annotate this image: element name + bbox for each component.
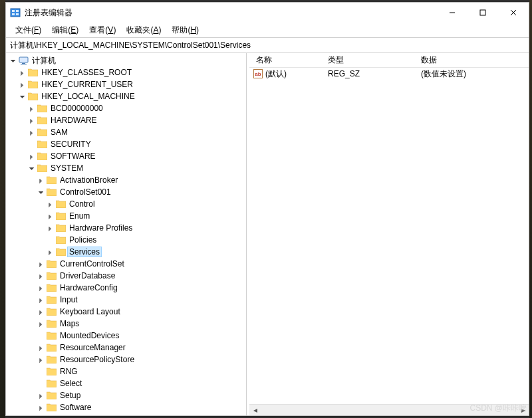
chevron-down-icon[interactable]: ⏷ bbox=[27, 163, 37, 173]
folder-icon bbox=[46, 271, 57, 280]
col-header-data[interactable]: 数据 bbox=[417, 53, 529, 67]
chevron-right-icon[interactable]: ⏵ bbox=[37, 391, 46, 400]
tree-item[interactable]: ⏵Control bbox=[46, 198, 246, 210]
scroll-right-icon[interactable]: ▸ bbox=[517, 405, 529, 415]
minimize-button[interactable] bbox=[437, 3, 467, 23]
chevron-right-icon[interactable]: ⏵ bbox=[37, 259, 46, 268]
chevron-right-icon[interactable]: ⏵ bbox=[37, 271, 46, 280]
tree-item[interactable]: RNG bbox=[37, 366, 246, 377]
folder-icon bbox=[46, 259, 57, 268]
values-list[interactable]: ab(默认)REG_SZ(数值未设置) bbox=[249, 68, 529, 404]
svg-rect-4 bbox=[16, 13, 19, 15]
chevron-right-icon[interactable]: ⏵ bbox=[37, 355, 46, 364]
chevron-right-icon[interactable]: ⏵ bbox=[18, 68, 27, 77]
tree-item[interactable]: ⏷ControlSet001 bbox=[37, 186, 246, 198]
tree-item[interactable]: ⏵Enum bbox=[46, 210, 246, 222]
chevron-right-icon[interactable]: ⏵ bbox=[27, 116, 37, 125]
folder-icon bbox=[46, 175, 57, 185]
chevron-down-icon[interactable]: ⏷ bbox=[9, 56, 18, 65]
value-data: (数值未设置) bbox=[417, 68, 529, 80]
title-bar[interactable]: 注册表编辑器 bbox=[6, 3, 529, 23]
menu-help[interactable]: 帮助(H) bbox=[166, 23, 204, 37]
chevron-right-icon[interactable]: ⏵ bbox=[46, 247, 55, 257]
tree-item[interactable]: ⏵CurrentControlSet bbox=[37, 258, 246, 270]
tree-item[interactable]: ⏵Keyboard Layout bbox=[37, 306, 246, 318]
folder-icon bbox=[55, 211, 66, 221]
folder-icon bbox=[46, 367, 57, 376]
chevron-right-icon[interactable]: ⏵ bbox=[27, 128, 37, 137]
tree-item-label: RNG bbox=[59, 367, 79, 376]
computer-icon bbox=[18, 56, 29, 65]
tree-item[interactable]: ⏵HardwareConfig bbox=[37, 282, 246, 294]
tree-item[interactable]: ⏵HKEY_CLASSES_ROOT bbox=[18, 66, 246, 78]
tree-item[interactable]: ⏵Hardware Profiles bbox=[46, 222, 246, 234]
chevron-right-icon[interactable]: ⏵ bbox=[37, 403, 46, 412]
folder-icon bbox=[46, 403, 57, 412]
scroll-left-icon[interactable]: ◂ bbox=[249, 405, 261, 415]
chevron-right-icon[interactable]: ⏵ bbox=[27, 152, 37, 161]
chevron-right-icon[interactable]: ⏵ bbox=[37, 319, 46, 328]
tree-item-label: Policies bbox=[68, 235, 98, 245]
value-row[interactable]: ab(默认)REG_SZ(数值未设置) bbox=[249, 68, 529, 80]
folder-icon bbox=[55, 223, 66, 233]
chevron-right-icon[interactable]: ⏵ bbox=[37, 307, 46, 316]
tree-item[interactable]: ⏵ResourceManager bbox=[37, 342, 246, 354]
chevron-right-icon[interactable]: ⏵ bbox=[46, 223, 55, 233]
col-header-name[interactable]: 名称 bbox=[252, 53, 324, 67]
tree-item[interactable]: SECURITY bbox=[27, 138, 246, 150]
folder-icon bbox=[46, 343, 57, 352]
chevron-down-icon[interactable]: ⏷ bbox=[18, 92, 27, 101]
tree-item-label: Software bbox=[59, 403, 92, 412]
folder-icon bbox=[46, 295, 57, 304]
tree-item[interactable]: ⏵State bbox=[37, 413, 246, 415]
string-value-icon: ab bbox=[253, 69, 263, 78]
tree-item[interactable]: ⏵DriverDatabase bbox=[37, 270, 246, 282]
maximize-button[interactable] bbox=[467, 3, 498, 23]
tree-item[interactable]: MountedDevices bbox=[37, 330, 246, 342]
address-bar[interactable]: 计算机\HKEY_LOCAL_MACHINE\SYSTEM\ControlSet… bbox=[6, 37, 529, 53]
tree-item[interactable]: ⏵ActivationBroker bbox=[37, 174, 246, 186]
tree-item[interactable]: ⏵ResourcePolicyStore bbox=[37, 354, 246, 366]
chevron-right-icon[interactable]: ⏵ bbox=[37, 175, 46, 185]
tree-item-label: ResourceManager bbox=[59, 343, 127, 352]
tree-item[interactable]: ⏵SAM bbox=[27, 126, 246, 138]
svg-rect-2 bbox=[12, 13, 15, 15]
chevron-right-icon[interactable]: ⏵ bbox=[18, 80, 27, 89]
tree-item[interactable]: Policies bbox=[46, 234, 246, 246]
chevron-right-icon[interactable]: ⏵ bbox=[27, 104, 37, 113]
tree-item[interactable]: ⏵Services bbox=[46, 246, 246, 258]
tree-item-label: ControlSet001 bbox=[59, 187, 112, 197]
chevron-right-icon[interactable]: ⏵ bbox=[37, 295, 46, 304]
tree-root[interactable]: ⏷计算机 bbox=[9, 54, 246, 66]
chevron-right-icon[interactable]: ⏵ bbox=[46, 199, 55, 209]
values-hscrollbar[interactable]: ◂ ▸ bbox=[249, 404, 529, 415]
chevron-right-icon[interactable]: ⏵ bbox=[37, 415, 46, 415]
tree-item[interactable]: ⏵SOFTWARE bbox=[27, 150, 246, 162]
tree-item[interactable]: ⏵BCD00000000 bbox=[27, 102, 246, 114]
col-header-type[interactable]: 类型 bbox=[324, 53, 417, 67]
tree-item-label: HardwareConfig bbox=[59, 283, 119, 292]
tree-item[interactable]: ⏵HARDWARE bbox=[27, 114, 246, 126]
chevron-right-icon[interactable]: ⏵ bbox=[46, 211, 55, 221]
chevron-right-icon[interactable]: ⏵ bbox=[37, 283, 46, 292]
tree-item[interactable]: ⏵Input bbox=[37, 294, 246, 306]
menu-file[interactable]: 文件(F) bbox=[10, 23, 47, 37]
tree-item[interactable]: ⏷HKEY_LOCAL_MACHINE bbox=[18, 90, 246, 102]
tree-item[interactable]: ⏵Setup bbox=[37, 389, 246, 401]
tree-item[interactable]: Select bbox=[37, 377, 246, 389]
tree-item[interactable]: ⏷SYSTEM bbox=[27, 162, 246, 174]
tree-item-label: Keyboard Layout bbox=[59, 307, 122, 316]
tree-item[interactable]: ⏵Maps bbox=[37, 318, 246, 330]
menu-view[interactable]: 查看(V) bbox=[84, 23, 121, 37]
tree-item[interactable]: ⏵Software bbox=[37, 401, 246, 413]
tree-item[interactable]: ⏵HKEY_CURRENT_USER bbox=[18, 78, 246, 90]
close-button[interactable] bbox=[498, 3, 529, 23]
chevron-down-icon[interactable]: ⏷ bbox=[37, 187, 46, 197]
chevron-right-icon[interactable]: ⏵ bbox=[37, 343, 46, 352]
chevron-right-icon bbox=[37, 379, 46, 388]
tree-pane[interactable]: ⏷计算机⏵HKEY_CLASSES_ROOT⏵HKEY_CURRENT_USER… bbox=[6, 53, 247, 415]
tree-item-label: SYSTEM bbox=[49, 163, 84, 173]
menu-favorites[interactable]: 收藏夹(A) bbox=[121, 23, 166, 37]
menu-edit[interactable]: 编辑(E) bbox=[47, 23, 84, 37]
chevron-right-icon bbox=[46, 235, 55, 245]
